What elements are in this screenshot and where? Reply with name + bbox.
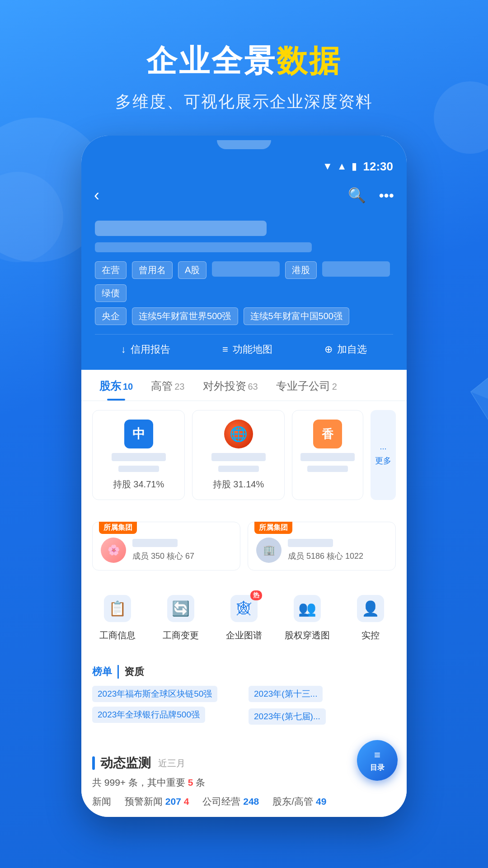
download-icon: ↓ bbox=[121, 344, 126, 355]
list-icon: ≡ bbox=[222, 344, 228, 355]
sh-avatar-3: 香 bbox=[313, 420, 342, 448]
actual-control-icon: 👤 bbox=[357, 595, 384, 622]
tab-executives[interactable]: 高管23 bbox=[142, 370, 193, 401]
ranking-tag-3[interactable]: 2023年全球银行品牌500强 bbox=[92, 707, 205, 723]
add-watchlist-btn[interactable]: ⊕ 加自选 bbox=[324, 343, 367, 356]
tab-subsidiaries[interactable]: 专业子公司2 bbox=[267, 370, 346, 401]
tab-navigation: 股东10 高管23 对外投资63 专业子公司2 bbox=[81, 370, 407, 401]
tab-investments[interactable]: 对外投资63 bbox=[194, 370, 267, 401]
rankings-content: 2023年福布斯全球区块链50强 2023年全球银行品牌500强 2023年(第… bbox=[92, 686, 396, 731]
float-catalog-button[interactable]: ≡ 目录 bbox=[357, 740, 398, 781]
shareholder-cards: 中 持股 34.71% 🌐 持股 31.14% 香 bbox=[92, 410, 396, 500]
dynamic-summary: 共 999+ 条，其中重要 5 条 bbox=[92, 776, 396, 789]
features-row: 📋 工商信息 🔄 工商变更 🕸 热 企业图谱 bbox=[86, 592, 402, 642]
stat-news: 新闻 bbox=[92, 795, 111, 808]
group-badge-2: 所属集团 bbox=[254, 522, 292, 534]
feature-map-btn[interactable]: ≡ 功能地图 bbox=[222, 343, 272, 356]
group-info-1: 成员 350 核心 67 bbox=[132, 539, 232, 561]
plus-icon: ⊕ bbox=[324, 344, 333, 355]
group-avatar-1: 🌸 bbox=[101, 538, 126, 563]
rankings-section: 榜单 资质 2023年福布斯全球区块链50强 2023年全球银行品牌500强 2… bbox=[81, 656, 407, 740]
tag-central-enterprise[interactable]: 央企 bbox=[95, 307, 127, 325]
phone-notch-area bbox=[81, 136, 407, 154]
shareholder-card-2[interactable]: 🌐 持股 31.14% bbox=[192, 410, 285, 500]
feature-label-1: 工商信息 bbox=[99, 629, 136, 642]
ranking-tag-1[interactable]: 2023年福布斯全球区块链50强 bbox=[92, 686, 217, 702]
ranking-tag-2[interactable]: 2023年(第十三... bbox=[249, 686, 323, 702]
tab-shareholders[interactable]: 股东10 bbox=[90, 370, 142, 401]
sh-name-blur-2b bbox=[218, 466, 259, 472]
feature-icon-wrap-2: 🔄 bbox=[164, 592, 197, 625]
tag-green-bond[interactable]: 绿债 bbox=[95, 284, 127, 302]
group-stats-1: 成员 350 核心 67 bbox=[132, 552, 194, 561]
group-stats-2: 成员 5186 核心 1022 bbox=[288, 552, 363, 561]
dynamic-stats: 新闻 预警新闻 207 4 公司经营 248 股东/高管 49 bbox=[92, 795, 396, 808]
shareholder-card-3[interactable]: 香 bbox=[292, 410, 363, 500]
group-name-blur-1 bbox=[132, 539, 178, 547]
sh-more-button[interactable]: ··· 更多 bbox=[371, 410, 396, 500]
signal-icon: ▲ bbox=[337, 160, 347, 172]
action-buttons: ↓ 信用报告 ≡ 功能地图 ⊕ 加自选 bbox=[95, 334, 393, 356]
group-card-2[interactable]: 所属集团 🏢 成员 5186 核心 1022 bbox=[248, 522, 396, 571]
feature-label-5: 实控 bbox=[361, 629, 380, 642]
feature-business-change[interactable]: 🔄 工商变更 bbox=[156, 592, 206, 642]
sh-name-blur-1 bbox=[112, 453, 166, 461]
search-icon[interactable]: 🔍 bbox=[348, 187, 366, 204]
shareholder-card-1[interactable]: 中 持股 34.71% bbox=[92, 410, 185, 500]
sh-avatar-1: 中 bbox=[124, 420, 153, 448]
tags-row-2: 央企 连续5年财富世界500强 连续5年财富中国500强 bbox=[95, 307, 393, 325]
shareholders-section: 中 持股 34.71% 🌐 持股 31.14% 香 bbox=[81, 401, 407, 509]
company-name-blurred bbox=[95, 221, 267, 236]
diamond-decoration-1 bbox=[470, 371, 488, 434]
feature-label-2: 工商变更 bbox=[163, 629, 199, 642]
ranking-tag-4[interactable]: 2023年(第七届)... bbox=[249, 708, 326, 725]
hot-badge: 热 bbox=[250, 590, 262, 600]
dynamic-title: 动态监测 bbox=[100, 755, 151, 772]
sh-name-blur-3 bbox=[300, 453, 355, 461]
stat-warning: 预警新闻 207 4 bbox=[125, 795, 189, 808]
tag-fortune-china[interactable]: 连续5年财富中国500强 bbox=[244, 307, 350, 325]
group-info-2: 成员 5186 核心 1022 bbox=[288, 539, 387, 561]
business-change-icon: 🔄 bbox=[167, 595, 194, 622]
tag-a-stock[interactable]: A股 bbox=[178, 261, 206, 279]
tag-fortune-world[interactable]: 连续5年财富世界500强 bbox=[132, 307, 238, 325]
tag-hk-stock[interactable]: 港股 bbox=[285, 261, 317, 279]
feature-icon-wrap-5: 👤 bbox=[354, 592, 387, 625]
catalog-icon: ≡ bbox=[374, 749, 380, 761]
rankings-col-2: 2023年(第十三... 2023年(第七届)... bbox=[249, 686, 396, 731]
feature-company-graph[interactable]: 🕸 热 企业图谱 bbox=[219, 592, 269, 642]
feature-icon-wrap-3: 🕸 热 bbox=[228, 592, 260, 625]
credit-report-btn[interactable]: ↓ 信用报告 bbox=[121, 343, 170, 356]
nav-bar: ‹ 🔍 ••• bbox=[81, 179, 407, 212]
feature-business-info[interactable]: 📋 工商信息 bbox=[93, 592, 142, 642]
battery-icon: ▮ bbox=[352, 160, 357, 172]
status-icons: ▼ ▲ ▮ bbox=[323, 160, 357, 172]
rankings-col-1: 2023年福布斯全球区块链50强 2023年全球银行品牌500强 bbox=[92, 686, 239, 731]
sh-name-blur-1b bbox=[118, 466, 159, 472]
features-section: 📋 工商信息 🔄 工商变更 🕸 热 企业图谱 bbox=[81, 583, 407, 651]
sh-percent-1: 持股 34.71% bbox=[113, 478, 164, 491]
sh-name-blur-2 bbox=[211, 453, 266, 461]
phone-container: ▼ ▲ ▮ 12:30 ‹ 🔍 ••• 在营 曾用名 A股 港股 bbox=[0, 136, 488, 817]
tag-operating[interactable]: 在营 bbox=[95, 261, 127, 279]
hero-section: 企业全景数据 多维度、可视化展示企业深度资料 bbox=[0, 0, 488, 136]
nav-actions: 🔍 ••• bbox=[348, 187, 394, 204]
phone-mockup: ▼ ▲ ▮ 12:30 ‹ 🔍 ••• 在营 曾用名 A股 港股 bbox=[81, 136, 407, 817]
group-avatar-2: 🏢 bbox=[256, 538, 282, 563]
status-time: 12:30 bbox=[363, 160, 394, 174]
feature-actual-control[interactable]: 👤 实控 bbox=[346, 592, 395, 642]
group-card-1[interactable]: 所属集团 🌸 成员 350 核心 67 bbox=[92, 522, 240, 571]
group-cards: 所属集团 🌸 成员 350 核心 67 所属集团 🏢 bbox=[92, 522, 396, 571]
back-button[interactable]: ‹ bbox=[94, 186, 99, 205]
more-icon[interactable]: ••• bbox=[379, 187, 394, 204]
sub-title: 多维度、可视化展示企业深度资料 bbox=[0, 91, 488, 113]
feature-equity-penetration[interactable]: 👥 股权穿透图 bbox=[282, 592, 332, 642]
catalog-label: 目录 bbox=[370, 763, 385, 773]
rankings-header: 榜单 资质 bbox=[92, 665, 396, 679]
feature-label-3: 企业图谱 bbox=[226, 629, 262, 642]
phone-notch bbox=[217, 140, 271, 149]
tags-row-1: 在营 曾用名 A股 港股 绿债 bbox=[95, 261, 393, 302]
tag-former-name[interactable]: 曾用名 bbox=[132, 261, 173, 279]
group-badge-1: 所属集团 bbox=[99, 522, 137, 534]
company-header: 在营 曾用名 A股 港股 绿债 央企 连续5年财富世界500强 连续5年财富中国… bbox=[81, 212, 407, 370]
